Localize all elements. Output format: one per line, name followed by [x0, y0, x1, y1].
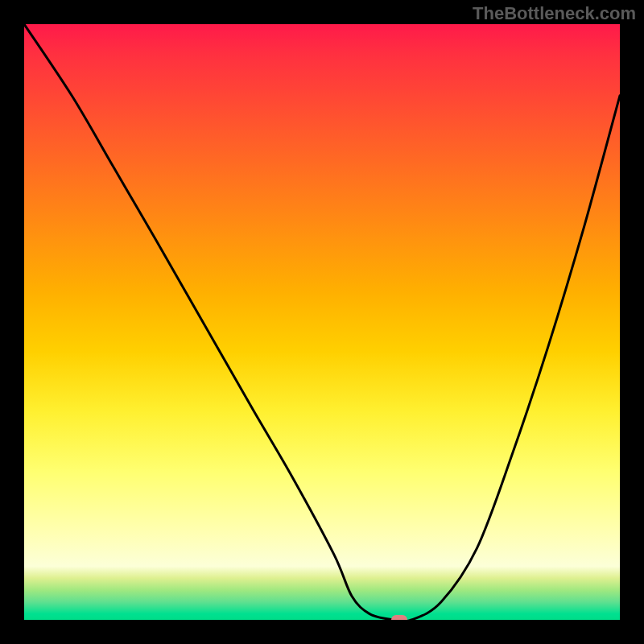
plot-area: [24, 24, 620, 620]
optimal-marker: [391, 615, 407, 620]
watermark-text: TheBottleneck.com: [473, 3, 636, 24]
chart-container: TheBottleneck.com: [0, 0, 644, 644]
bottleneck-curve: [24, 24, 620, 620]
